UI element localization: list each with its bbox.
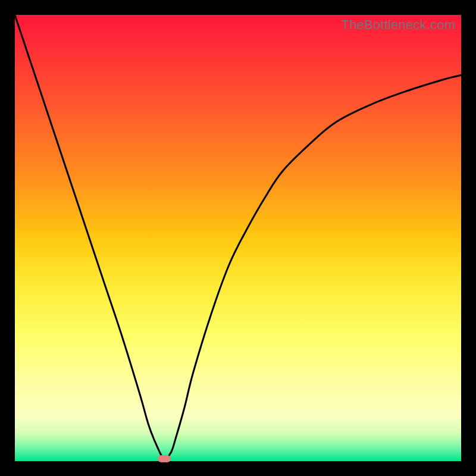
minimum-marker (158, 455, 171, 462)
chart-frame: TheBottleneck.com (0, 0, 476, 476)
curve-svg (15, 15, 461, 461)
plot-area: TheBottleneck.com (15, 15, 461, 461)
bottleneck-curve (15, 15, 461, 459)
